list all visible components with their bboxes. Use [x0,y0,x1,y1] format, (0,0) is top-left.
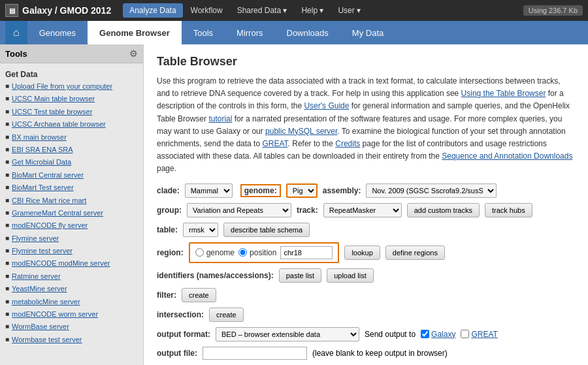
sidebar-item-modencode-modmine[interactable]: ■ modENCODE modMine server [0,257,143,270]
form-row-region: region: genome position chr18 lookup def… [157,242,575,263]
genome-label: genome: [240,184,281,197]
sidebar-item-biomart-central[interactable]: ■ BioMart Central server [0,169,143,182]
group-label: group: [157,206,182,215]
create-filter-button[interactable]: create [182,288,216,302]
tab-downloads[interactable]: Downloads [275,21,340,44]
home-tab[interactable]: ⌂ [5,21,27,44]
link-seq-downloads[interactable]: Sequence and Annotation Downloads [442,151,572,161]
tab-genome-browser[interactable]: Genome Browser [88,21,182,44]
sidebar-item-ucsc-archaea[interactable]: ■ UCSC Archaea table browser [0,118,143,131]
position-input[interactable]: chr18 [280,246,333,259]
great-checkbox[interactable] [461,330,469,338]
sidebar-item-ucsc-test[interactable]: ■ UCSC Test table browser [0,106,143,118]
form-row-filter: filter: create [157,288,575,302]
region-label: region: [157,248,184,257]
tab-mirrors[interactable]: Mirrors [225,21,274,44]
group-select[interactable]: Variation and Repeats [187,203,291,217]
assembly-select[interactable]: Nov. 2009 (SGSC Sscrofa9.2/susSCr2) [366,183,497,198]
sidebar-item-wormbase-test[interactable]: ■ Wormbase test server [0,334,143,346]
output-file-input[interactable] [203,347,307,360]
galaxy-icon: ▤ [5,4,18,17]
genome-select[interactable]: Pig [286,183,318,198]
send-output-label: Send output to [365,330,416,339]
sidebar-item-flymine-test[interactable]: ■ Flymine test server [0,245,143,257]
region-genome-label: genome [206,248,235,257]
region-position-radio-group: position [238,248,276,257]
output-file-hint: (leave blank to keep output in browser) [312,349,448,358]
sidebar-item-wormbase[interactable]: ■ WormBase server [0,321,143,333]
sidebar-item-biomart-test[interactable]: ■ BioMart Test server [0,182,143,194]
sidebar-item-cbi-rice-mart[interactable]: ■ CBI Rice Mart rice mart [0,195,143,207]
region-genome-radio-group: genome [195,248,235,257]
form-row-identifiers: identifiers (names/accessions): paste li… [157,268,575,283]
nav-analyze-data[interactable]: Analyze Data [123,3,182,18]
add-custom-tracks-button[interactable]: add custom tracks [407,203,480,217]
sidebar-item-modencode-fly[interactable]: ■ modENCODE fly server [0,219,143,232]
link-great[interactable]: GREAT [262,139,287,148]
galaxy-link[interactable]: Galaxy [431,330,455,339]
region-genome-radio[interactable] [195,248,204,257]
nav-shared-data[interactable]: Shared Data ▾ [231,3,294,18]
nav-help[interactable]: Help ▾ [295,3,330,18]
tab-my-data[interactable]: My Data [340,21,395,44]
page-title: Table Browser [157,55,575,69]
sidebar-item-modencode-worm[interactable]: ■ modENCODE worm server [0,308,143,321]
lookup-button[interactable]: lookup [344,246,380,260]
main-layout: Tools ⚙ Get Data ■ Upload File from your… [0,44,588,365]
track-select[interactable]: RepeatMasker [323,203,402,217]
nav-tabs-bar: ⌂ Genomes Genome Browser Tools Mirrors D… [0,21,588,44]
link-tutorial[interactable]: tutorial [208,114,232,123]
link-table-browser[interactable]: Using the Table Browser [461,89,546,98]
sidebar-content: Get Data ■ Upload File from your compute… [0,63,143,365]
nav-user[interactable]: User ▾ [331,3,367,18]
desc-text-8: page. [157,164,176,173]
sidebar-title: Tools [5,49,27,59]
link-users-guide[interactable]: User's Guide [304,101,349,110]
form-row-output-format: output format: BED – browser extensible … [157,327,575,341]
form-row-intersection: intersection: create [157,308,575,322]
sidebar-header: Tools ⚙ [0,44,143,63]
app-logo: ▤ Galaxy / GMOD 2012 [5,4,111,17]
filter-label: filter: [157,291,176,300]
sidebar-item-bx-main[interactable]: ■ BX main browser [0,131,143,144]
track-hubs-button[interactable]: track hubs [485,203,532,217]
link-mysql[interactable]: public MySQL server [265,127,337,136]
sidebar-item-gramenemart[interactable]: ■ GrameneMart Central server [0,207,143,219]
paste-list-button[interactable]: paste list [279,268,321,283]
memory-badge: Using 236.7 Kb [523,5,583,16]
sidebar-item-flymine[interactable]: ■ Flymine server [0,232,143,245]
sidebar-item-microbial[interactable]: ■ Get Microbial Data [0,156,143,168]
output-file-label: output file: [157,349,197,358]
clade-label: clade: [157,186,180,195]
clade-select[interactable]: Mammal [185,183,233,198]
table-select[interactable]: rmsk [183,223,218,237]
sidebar-item-metabolicmine[interactable]: ■ metabolicMine server [0,296,143,308]
track-label: track: [297,206,318,215]
output-format-label: output format: [157,330,210,339]
describe-schema-button[interactable]: describe table schema [223,223,310,237]
sidebar-item-ebi-sra[interactable]: ■ EBI SRA ENA SRA [0,144,143,156]
region-position-radio[interactable] [238,248,247,257]
top-nav: Analyze Data Workflow Shared Data ▾ Help… [123,3,367,18]
create-intersection-button[interactable]: create [209,308,244,322]
nav-workflow[interactable]: Workflow [184,3,229,18]
tab-tools[interactable]: Tools [182,21,225,44]
define-regions-button[interactable]: define regions [385,246,445,260]
sidebar-item-yeastmine[interactable]: ■ YeastMine server [0,283,143,295]
form-row-table: table: rmsk describe table schema [157,223,575,237]
sidebar-item-ucsc-main[interactable]: ■ UCSC Main table browser [0,93,143,105]
sidebar-item-ratmine[interactable]: ■ Ratmine server [0,270,143,283]
sidebar: Tools ⚙ Get Data ■ Upload File from your… [0,44,144,365]
galaxy-checkbox-label: Galaxy [421,330,455,339]
form-row-output-file: output file: (leave blank to keep output… [157,347,575,360]
link-credits[interactable]: Credits [335,139,360,148]
sidebar-section-get-data: Get Data [0,66,143,80]
tab-genomes[interactable]: Genomes [27,21,88,44]
galaxy-checkbox[interactable] [421,330,429,338]
sidebar-item-upload-file[interactable]: ■ Upload File from your computer [0,80,143,93]
upload-list-button[interactable]: upload list [327,268,374,283]
desc-text-6: . Refer to the [288,139,336,148]
output-format-select[interactable]: BED – browser extensible data [216,327,359,341]
gear-icon[interactable]: ⚙ [129,48,138,59]
great-link[interactable]: GREAT [471,330,497,339]
